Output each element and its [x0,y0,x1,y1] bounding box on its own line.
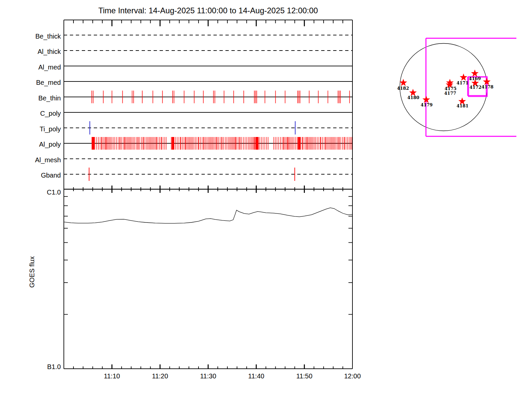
goes-axis-title: GOES flux [28,219,36,325]
active-region-star [460,73,467,81]
active-region-label: 4180 [407,95,419,100]
active-region-label: 4181 [457,103,468,108]
filter-row-label-be-thin: Be_thin [0,94,61,102]
goes-bottom-axis-label: B1.0 [1,363,61,370]
plot-canvas [0,0,532,399]
active-region-label: 4177 [444,91,456,96]
active-region-star [471,69,479,77]
filter-row-label-al-thick: Al_thick [0,47,61,56]
x-tick-label-1130: 11:30 [192,372,225,380]
filter-row-label-be-thick: Be_thick [0,32,61,41]
active-region-star [400,79,407,86]
active-region-label: 4182 [397,86,409,91]
x-tick-label-1120: 11:20 [143,372,177,380]
active-region-label: 4169 [469,76,481,81]
filter-row-label-be-med: Be_med [0,78,61,87]
active-region-label: 4171 [457,80,468,85]
xrt-goes-timeline-screenshot: Time Interval: 14-Aug-2025 11:00:00 to 1… [0,0,532,399]
active-region-label: 4179 [421,102,433,107]
x-tick-label-1200: 12:00 [336,372,369,380]
active-region-label: 4178 [481,84,493,89]
filter-row-label-c-poly: C_poly [0,109,61,118]
page-title: Time Interval: 14-Aug-2025 11:00:00 to 1… [64,6,352,15]
filter-row-label-al-med: Al_med [0,63,61,71]
filter-row-label-ti-poly: Ti_poly [0,125,61,133]
x-tick-label-1110: 11:10 [95,372,129,380]
active-region-label: 4172 [469,85,481,90]
goes-top-axis-label: C1.0 [1,189,61,196]
filter-row-label-gband: Gband [0,171,61,180]
filter-row-label-al-mesh: Al_mesh [0,156,61,164]
filter-row-label-al-poly: Al_poly [0,140,61,149]
x-tick-label-1150: 11:50 [288,372,321,380]
active-region-label: 4175 [445,86,457,91]
x-tick-label-1140: 11:40 [240,372,273,380]
